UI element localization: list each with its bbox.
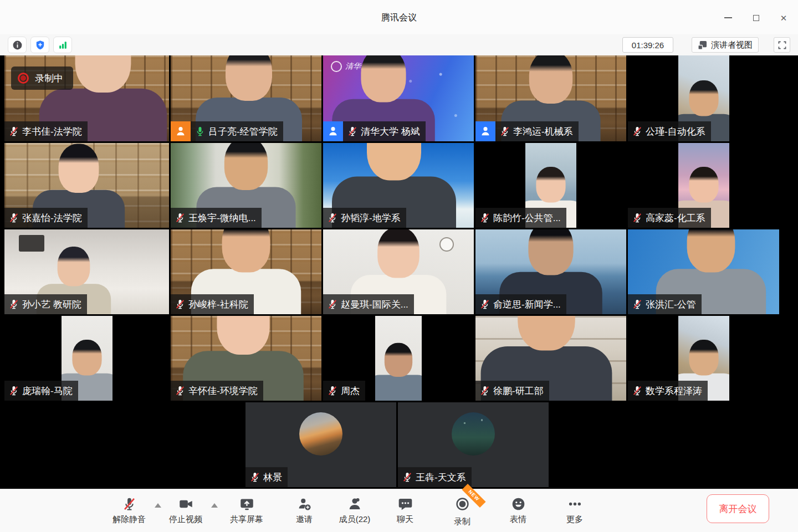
video-feed: [375, 316, 422, 401]
members-label: 成员(22): [339, 514, 371, 525]
participant-nameplate: 吕子亮-经管学院: [171, 121, 283, 141]
recording-label: 录制中: [35, 72, 63, 85]
fullscreen-button[interactable]: [774, 37, 790, 53]
mic-muted-icon: [327, 212, 338, 223]
avatar: [452, 412, 495, 456]
participant-name: 孙韬淳-地学系: [341, 212, 401, 224]
meeting-toolbar: 解除静音 停止视频 共享屏幕 邀请 成员(22) 聊天 NEW: [0, 489, 798, 532]
stop-video-button[interactable]: 停止视频: [169, 497, 202, 525]
video-tile[interactable]: 张洪汇-公管: [628, 229, 779, 314]
close-button[interactable]: ✕: [778, 12, 789, 23]
participant-nameplate: 高家蕊-化工系: [628, 208, 711, 228]
meeting-timer: 01:39:26: [622, 37, 673, 53]
members-button[interactable]: 成员(22): [339, 497, 371, 525]
record-button[interactable]: NEW 录制: [454, 497, 470, 527]
participant-nameplate: 陈韵竹-公共管...: [475, 208, 566, 228]
mic-muted-icon: [175, 212, 186, 223]
video-grid: 录制中 李书佳-法学院 吕子亮-经管学院 清华大学: [0, 55, 798, 489]
mic-muted-icon: [632, 212, 643, 223]
video-tile[interactable]: 王焕宇-微纳电...: [171, 143, 321, 228]
shield-icon: [35, 40, 45, 50]
unmute-label: 解除静音: [112, 514, 146, 525]
video-tile[interactable]: 王犇-天文系: [398, 402, 549, 487]
video-tile[interactable]: 吕子亮-经管学院: [171, 55, 321, 141]
video-tile[interactable]: 录制中 李书佳-法学院: [4, 55, 169, 141]
participant-name: 辛怀佳-环境学院: [188, 385, 258, 397]
video-tile[interactable]: 高家蕊-化工系: [628, 143, 779, 228]
video-tile[interactable]: 数学系程泽涛: [628, 316, 779, 401]
invite-label: 邀请: [296, 514, 313, 525]
video-tile[interactable]: 徐鹏-研工部: [475, 316, 626, 401]
participant-nameplate: 俞逆思-新闻学...: [475, 294, 566, 314]
minimize-button[interactable]: [723, 12, 734, 23]
video-tile[interactable]: 俞逆思-新闻学...: [475, 229, 626, 314]
participant-nameplate: 周杰: [323, 381, 365, 401]
chat-button[interactable]: 聊天: [397, 497, 413, 525]
video-tile[interactable]: 庞瑞翰-马院: [4, 316, 169, 401]
participant-nameplate: 公瑾-自动化系: [628, 121, 711, 141]
participant-name: 清华大学 杨斌: [361, 125, 420, 138]
participant-name: 数学系程泽涛: [646, 385, 702, 397]
participant-name: 孙小艺 教研院: [22, 298, 81, 311]
mic-muted-icon: [479, 299, 490, 310]
mic-muted-icon: [8, 299, 19, 310]
video-tile[interactable]: 清华大学 清华大学 杨斌: [323, 55, 474, 141]
video-tile[interactable]: 张嘉怡-法学院: [4, 143, 169, 228]
speaker-view-button[interactable]: 演讲者视图: [692, 37, 759, 53]
unmute-button[interactable]: 解除静音: [112, 497, 146, 525]
participant-nameplate: 林景: [245, 467, 288, 487]
participant-name: 周杰: [341, 385, 360, 397]
mic-muted-icon: [327, 299, 338, 310]
emoji-button[interactable]: 表情: [510, 497, 526, 525]
more-icon: [567, 497, 582, 511]
participant-name: 陈韵竹-公共管...: [493, 212, 561, 224]
video-options-caret[interactable]: [211, 503, 218, 508]
video-tile[interactable]: 孙韬淳-地学系: [323, 143, 474, 228]
mic-muted-icon: [347, 126, 358, 137]
record-label: 录制: [454, 516, 470, 527]
mic-muted-icon: [499, 126, 510, 137]
participant-name: 赵曼琪-国际关...: [341, 298, 408, 311]
mic-options-caret[interactable]: [155, 503, 161, 508]
participant-nameplate: 张嘉怡-法学院: [4, 208, 88, 228]
video-tile[interactable]: 孙峻梓-社科院: [171, 229, 321, 314]
participant-nameplate: 赵曼琪-国际关...: [323, 294, 414, 314]
record-dot-icon: [18, 73, 29, 84]
video-tile[interactable]: 辛怀佳-环境学院: [171, 316, 321, 401]
more-button[interactable]: 更多: [566, 497, 583, 525]
window-controls: ✕: [723, 12, 789, 23]
maximize-button[interactable]: [750, 12, 761, 23]
mic-muted-icon: [175, 385, 186, 396]
video-tile[interactable]: 赵曼琪-国际关...: [323, 229, 474, 314]
invite-button[interactable]: 邀请: [296, 497, 313, 525]
meeting-topbar: 01:39:26 演讲者视图: [0, 34, 798, 55]
network-status-button[interactable]: [53, 37, 72, 53]
meeting-info-button[interactable]: [8, 37, 27, 53]
video-tile[interactable]: 周杰: [323, 316, 474, 401]
share-screen-button[interactable]: 共享屏幕: [230, 497, 263, 525]
record-icon-wrap: NEW: [455, 497, 470, 514]
participant-name: 张嘉怡-法学院: [22, 212, 82, 224]
participant-nameplate: 王犇-天文系: [398, 467, 472, 487]
leave-meeting-button[interactable]: 离开会议: [707, 494, 769, 523]
participant-name: 徐鹏-研工部: [493, 385, 544, 397]
video-tile[interactable]: 林景: [245, 402, 396, 487]
participant-name: 张洪汇-公管: [646, 298, 696, 311]
record-icon: [455, 497, 470, 511]
video-tile[interactable]: 孙小艺 教研院: [4, 229, 169, 314]
video-tile[interactable]: 公瑾-自动化系: [628, 55, 779, 141]
mic-muted-icon: [249, 472, 260, 483]
security-button[interactable]: [30, 37, 49, 53]
video-tile[interactable]: 李鸿运-机械系: [475, 55, 626, 141]
participant-nameplate: 李鸿运-机械系: [475, 121, 579, 141]
mic-muted-icon: [122, 497, 137, 511]
video-tile[interactable]: 陈韵竹-公共管...: [475, 143, 626, 228]
participant-name: 庞瑞翰-马院: [22, 385, 73, 397]
participant-name: 俞逆思-新闻学...: [493, 298, 561, 311]
emoji-icon: [511, 497, 526, 511]
members-icon: [347, 497, 362, 511]
participant-nameplate: 孙小艺 教研院: [4, 294, 87, 314]
mic-muted-icon: [479, 385, 490, 396]
participant-name: 林景: [263, 471, 282, 484]
emoji-label: 表情: [510, 514, 526, 525]
